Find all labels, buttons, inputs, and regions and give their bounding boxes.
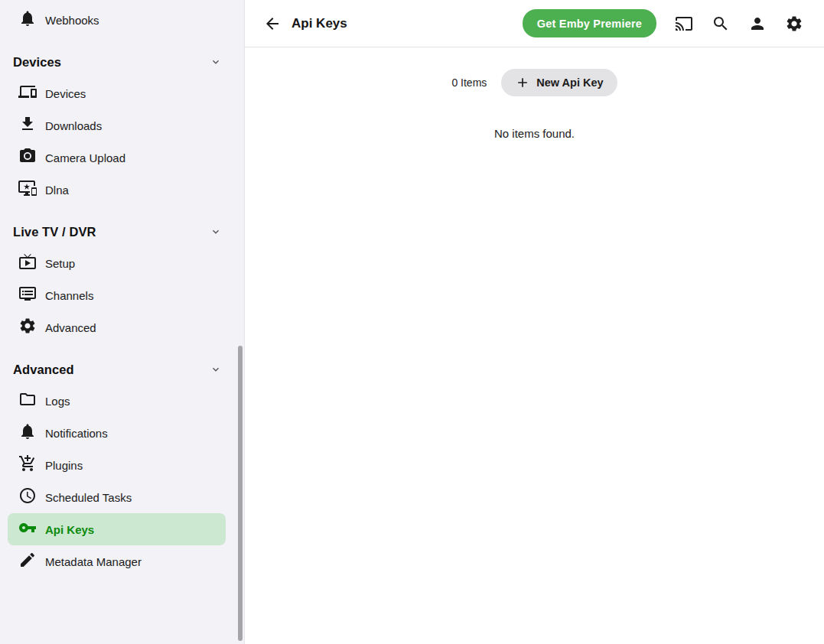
sidebar-item-label: Setup bbox=[45, 257, 75, 270]
clock-icon bbox=[18, 486, 37, 508]
bell-icon bbox=[18, 422, 37, 444]
new-api-key-button-label: New Api Key bbox=[536, 76, 603, 89]
sidebar-item-setup[interactable]: Setup bbox=[8, 247, 226, 279]
add-shopping-cart-icon bbox=[18, 454, 37, 476]
sidebar-item-label: Logs bbox=[45, 395, 70, 408]
sidebar-item-api-keys[interactable]: Api Keys bbox=[8, 513, 226, 545]
sidebar-item-label: Api Keys bbox=[45, 523, 94, 536]
sidebar-item-label: Downloads bbox=[45, 119, 102, 132]
sidebar-item-logs[interactable]: Logs bbox=[8, 385, 226, 417]
section-header-label: Live TV / DVR bbox=[13, 225, 210, 239]
sidebar: Webhooks Devices Devices Downloads Camer… bbox=[0, 0, 245, 644]
chevron-down-icon bbox=[210, 56, 222, 68]
chevron-down-icon bbox=[210, 226, 222, 238]
main-area: Api Keys Get Emby Premiere 0 Items New A… bbox=[245, 0, 824, 644]
sidebar-item-label: Scheduled Tasks bbox=[45, 491, 132, 504]
bell-icon bbox=[18, 9, 37, 31]
sidebar-item-notifications[interactable]: Notifications bbox=[8, 417, 226, 449]
sidebar-item-label: Notifications bbox=[45, 427, 108, 440]
sidebar-item-label: Dlna bbox=[45, 184, 69, 197]
cast-icon bbox=[675, 15, 693, 33]
sidebar-item-label: Channels bbox=[45, 289, 93, 302]
cast-button[interactable] bbox=[675, 15, 693, 33]
sidebar-item-plugins[interactable]: Plugins bbox=[8, 449, 226, 481]
page-title: Api Keys bbox=[291, 16, 347, 31]
user-button[interactable] bbox=[748, 15, 767, 33]
section-header-label: Devices bbox=[13, 55, 210, 70]
sidebar-item-camera-upload[interactable]: Camera Upload bbox=[8, 141, 226, 174]
sidebar-item-label: Metadata Manager bbox=[45, 555, 142, 568]
camera-icon bbox=[18, 147, 37, 168]
devices-icon bbox=[18, 83, 37, 104]
sidebar-item-devices[interactable]: Devices bbox=[8, 77, 226, 109]
gear-icon bbox=[785, 15, 803, 33]
sidebar-item-label: Plugins bbox=[45, 459, 83, 472]
chevron-down-icon bbox=[210, 363, 222, 376]
arrow-back-icon bbox=[263, 15, 282, 33]
items-count: 0 Items bbox=[451, 76, 487, 89]
live-tv-icon bbox=[18, 252, 37, 274]
important-devices-icon bbox=[18, 179, 37, 200]
get-emby-premiere-button[interactable]: Get Emby Premiere bbox=[523, 9, 656, 37]
plus-icon bbox=[515, 75, 530, 90]
sidebar-section-live-tv-dvr[interactable]: Live TV / DVR bbox=[0, 216, 244, 247]
sidebar-scrollbar[interactable] bbox=[238, 346, 243, 641]
sidebar-item-label: Advanced bbox=[45, 321, 96, 334]
pencil-icon bbox=[18, 551, 37, 572]
person-icon bbox=[748, 15, 767, 33]
sidebar-item-scheduled-tasks[interactable]: Scheduled Tasks bbox=[8, 481, 226, 513]
back-button[interactable] bbox=[263, 15, 282, 33]
sidebar-item-label: Webhooks bbox=[45, 14, 99, 27]
sidebar-item-dlna[interactable]: Dlna bbox=[8, 174, 226, 206]
folder-icon bbox=[18, 390, 37, 411]
key-icon bbox=[18, 519, 37, 540]
content-area: 0 Items New Api Key No items found. bbox=[245, 47, 824, 140]
sidebar-item-label: Camera Upload bbox=[45, 151, 125, 164]
content-toolbar: 0 Items New Api Key bbox=[245, 69, 824, 96]
settings-button[interactable] bbox=[785, 15, 803, 33]
empty-state-message: No items found. bbox=[245, 127, 824, 140]
app-header: Api Keys Get Emby Premiere bbox=[245, 0, 824, 47]
sidebar-item-channels[interactable]: Channels bbox=[8, 279, 226, 311]
sidebar-section-devices[interactable]: Devices bbox=[0, 47, 244, 77]
gear-icon bbox=[18, 317, 37, 338]
sidebar-item-metadata-manager[interactable]: Metadata Manager bbox=[8, 545, 226, 577]
sidebar-section-advanced[interactable]: Advanced bbox=[0, 354, 244, 385]
dvr-icon bbox=[18, 285, 37, 306]
sidebar-item-livetv-advanced[interactable]: Advanced bbox=[8, 311, 226, 343]
sidebar-item-webhooks[interactable]: Webhooks bbox=[8, 4, 226, 36]
search-button[interactable] bbox=[712, 15, 730, 33]
sidebar-item-label: Devices bbox=[45, 87, 86, 100]
search-icon bbox=[712, 15, 730, 33]
new-api-key-button[interactable]: New Api Key bbox=[501, 69, 617, 96]
section-header-label: Advanced bbox=[13, 363, 210, 377]
download-icon bbox=[18, 115, 37, 136]
sidebar-item-downloads[interactable]: Downloads bbox=[8, 109, 226, 141]
